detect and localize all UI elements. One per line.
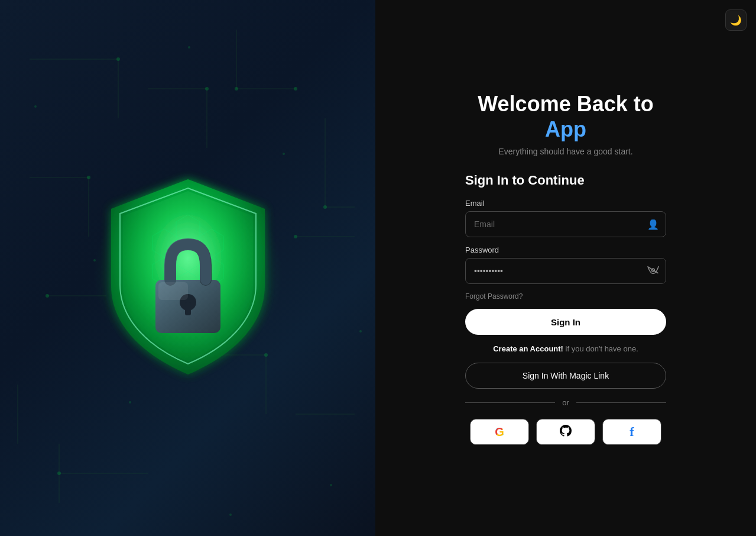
svg-point-26 [46,294,49,298]
moon-icon: 🌙 [730,15,742,26]
signin-button[interactable]: Sign In [465,309,666,335]
svg-point-33 [229,514,232,516]
hero-panel [0,0,375,536]
form-container: Welcome Back to App Everything should ha… [465,91,666,445]
password-input-wrapper [465,258,666,284]
svg-point-23 [57,472,61,475]
svg-point-34 [34,105,37,108]
svg-point-18 [116,57,120,61]
divider-line-left [465,402,555,403]
signin-panel: 🌙 Welcome Back to App Everything should … [375,0,756,536]
password-label: Password [465,246,666,254]
create-account-row: Create an Account! if you don't have one… [465,344,666,353]
svg-rect-48 [158,282,188,300]
create-account-link[interactable]: Create an Account! [493,344,563,353]
google-icon: G [495,425,504,439]
theme-toggle-button[interactable]: 🌙 [725,9,747,31]
app-name: App [545,117,586,141]
password-input[interactable] [465,258,666,284]
svg-point-35 [359,330,362,332]
svg-point-32 [129,401,131,403]
welcome-title-text: Welcome Back to [478,92,653,116]
svg-point-21 [294,87,297,91]
facebook-icon: f [630,424,634,440]
svg-point-28 [188,46,190,49]
social-buttons: G f [465,419,666,445]
create-account-suffix: if you don't have one. [563,344,638,353]
github-signin-button[interactable] [536,419,595,445]
divider-text: or [562,398,569,407]
signin-heading: Sign In to Continue [465,173,666,188]
shield-lock-illustration [64,144,312,392]
email-label: Email [465,199,666,208]
divider-line-right [576,402,666,403]
svg-point-24 [323,205,327,209]
divider: or [465,398,666,407]
svg-point-31 [330,484,332,486]
github-icon [559,424,573,441]
facebook-signin-button[interactable]: f [602,419,661,445]
email-input-wrapper: 👤 [465,211,666,237]
svg-point-20 [235,87,238,91]
svg-rect-47 [185,302,191,315]
svg-point-25 [205,87,209,91]
welcome-subtitle: Everything should have a good start. [465,147,666,156]
email-input[interactable] [465,211,666,237]
welcome-title: Welcome Back to App [465,91,666,142]
google-signin-button[interactable]: G [470,419,529,445]
magic-link-button[interactable]: Sign In With Magic Link [465,363,666,389]
forgot-password-link[interactable]: Forgot Password? [465,292,666,301]
